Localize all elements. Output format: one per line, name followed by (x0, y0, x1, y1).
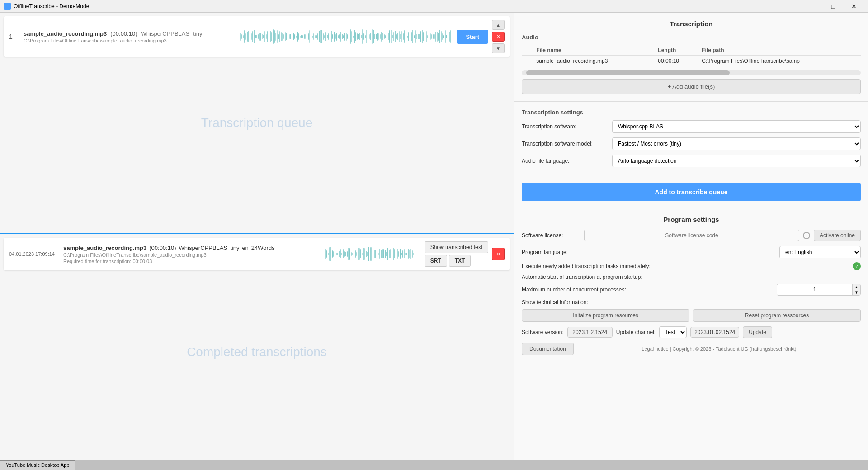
update-channel-label: Update channel: (616, 329, 656, 335)
completed-section: Completed transcriptions 04.01.2023 17:0… (0, 234, 514, 470)
license-input[interactable] (584, 230, 799, 241)
completed-waveform-bars (325, 245, 415, 263)
completed-item-wordcount: 24Words (251, 244, 275, 251)
completed-item-title: sample_audio_recording.mp3 (00:00:10) Wh… (63, 244, 320, 251)
add-audio-button[interactable]: + Add audio file(s) (522, 79, 861, 94)
minimize-button[interactable]: — (802, 0, 823, 13)
completed-item-date: 04.01.2023 17:09:14 (9, 251, 63, 257)
queue-side-buttons: ▲ ✕ ▼ (492, 20, 505, 53)
move-down-button[interactable]: ▼ (492, 43, 505, 53)
execute-immediately-check[interactable]: ✓ (853, 262, 861, 270)
reset-resources-button[interactable]: Reset program ressources (693, 309, 861, 322)
language-setting-label: Audio file language: (522, 158, 612, 164)
show-transcribed-text-button[interactable]: Show transcribed text (425, 241, 488, 253)
completed-watermark: Completed transcriptions (187, 345, 327, 359)
completed-item-lang: en (242, 244, 248, 251)
language-setting-row: Audio file language: Auto language detec… (522, 155, 861, 167)
footer-row: Documentation Legal notice | Copyright ©… (522, 343, 861, 355)
queue-item-duration: (00:00:10) (110, 30, 137, 37)
execute-immediately-label: Execute newly added transcription tasks … (522, 263, 853, 269)
title-bar-controls: — □ ✕ (802, 0, 864, 13)
audio-length-cell: 00:00:10 (654, 56, 698, 67)
execute-immediately-row: Execute newly added transcription tasks … (522, 262, 861, 270)
update-channel-select[interactable]: Test (659, 326, 687, 338)
scrollbar-thumb (526, 70, 730, 75)
queue-item-info: sample_audio_recording.mp3 (00:00:10) Wh… (24, 30, 235, 43)
queue-watermark: Transcription queue (201, 116, 312, 130)
auto-start-row: Automatic start of transcription at prog… (522, 274, 861, 280)
queue-item-path: C:\Program Files\OfflineTranscribe\sampl… (24, 38, 235, 43)
taskbar-item-youtube[interactable]: YouTube Music Desktop App (0, 460, 75, 470)
filename-col-header: File name (533, 45, 654, 56)
audio-table-row: − sample_audio_recording.mp3 00:00:10 C:… (522, 56, 861, 67)
model-setting-label: Transcription software model: (522, 141, 612, 147)
audio-filename-cell: sample_audio_recording.mp3 (533, 56, 654, 67)
version-label: Software version: (522, 329, 564, 335)
language-select[interactable]: Auto language detection (612, 155, 861, 167)
completed-item-duration: (00:00:10) (149, 244, 176, 251)
completed-waveform (325, 245, 415, 263)
documentation-button[interactable]: Documentation (522, 343, 574, 355)
license-label: Software license: (522, 232, 580, 239)
completed-item-filename: sample_audio_recording.mp3 (63, 244, 146, 251)
add-to-queue-button[interactable]: Add to transcribe queue (522, 183, 861, 201)
program-settings-title: Program settings (522, 216, 861, 223)
max-processes-input[interactable] (777, 285, 852, 295)
queue-section: Transcription queue 1 sample_audio_recor… (0, 13, 514, 234)
resource-buttons: Initalize program resources Reset progra… (522, 309, 861, 322)
queue-item-filename: sample_audio_recording.mp3 (24, 30, 107, 37)
audio-table: File name Length File path − sample_audi… (522, 45, 861, 66)
filepath-col-header: File path (698, 45, 861, 56)
update-button[interactable]: Update (743, 326, 772, 338)
technical-info-label: Show technical information: (522, 299, 861, 306)
program-settings-section: Program settings Software license: Activ… (514, 208, 868, 470)
queue-item-number: 1 (9, 33, 18, 40)
audio-title: Audio (522, 34, 861, 41)
remove-completed-button[interactable]: ✕ (492, 248, 505, 260)
model-select[interactable]: Fastest / Most errors (tiny) (612, 137, 861, 150)
audio-table-scrollbar[interactable] (522, 70, 861, 75)
model-setting-row: Transcription software model: Fastest / … (522, 137, 861, 150)
software-select[interactable]: Whisper.cpp BLAS (612, 120, 861, 133)
move-up-button[interactable]: ▲ (492, 20, 505, 30)
version-value: 2023.1.2.1524 (567, 327, 613, 338)
taskbar: YouTube Music Desktop App (0, 460, 868, 470)
program-language-row: Program language: en: English (522, 246, 861, 258)
max-processes-label: Maximum number of concurrent processes: (522, 287, 777, 293)
increment-button[interactable]: ▲ (852, 284, 860, 290)
init-resources-button[interactable]: Initalize program resources (522, 309, 689, 322)
remove-col-header (522, 45, 533, 56)
audio-remove-button[interactable]: − (525, 57, 529, 65)
activate-online-button[interactable]: Activate online (814, 230, 861, 241)
queue-item-model-size: tiny (193, 30, 202, 37)
transcription-settings-section: Transcription settings Transcription sof… (514, 102, 868, 179)
completed-item-time: Required time for transcription: 00:00:0… (63, 258, 320, 264)
update-date-value: 2023.01.02.1524 (690, 327, 739, 338)
app-icon (4, 3, 11, 10)
technical-info-row: Show technical information: (522, 299, 861, 306)
left-panel: Transcription queue 1 sample_audio_recor… (0, 13, 514, 470)
maximize-button[interactable]: □ (823, 0, 844, 13)
remove-queue-button[interactable]: ✕ (492, 32, 505, 42)
program-language-label: Program language: (522, 249, 779, 255)
license-row: Software license: Activate online (522, 230, 861, 241)
queue-item-title: sample_audio_recording.mp3 (00:00:10) Wh… (24, 30, 235, 37)
txt-export-button[interactable]: TXT (449, 255, 471, 267)
srt-export-button[interactable]: SRT (425, 255, 447, 267)
completed-item-path: C:\Program Files\OfflineTranscribe\sampl… (63, 252, 320, 258)
start-button[interactable]: Start (457, 30, 488, 44)
software-setting-label: Transcription software: (522, 123, 612, 130)
number-arrows: ▲ ▼ (852, 284, 860, 295)
program-language-select[interactable]: en: English (779, 246, 861, 258)
auto-start-label: Automatic start of transcription at prog… (522, 274, 861, 280)
software-setting-row: Transcription software: Whisper.cpp BLAS (522, 120, 861, 133)
export-buttons: SRT TXT (425, 255, 488, 267)
max-processes-row: Maximum number of concurrent processes: … (522, 284, 861, 296)
close-button[interactable]: ✕ (844, 0, 864, 13)
audio-remove-cell: − (522, 56, 533, 67)
completed-item-model: WhisperCPPBLAS (179, 244, 228, 251)
right-panel: Transcription Audio File name Length Fil… (514, 13, 868, 470)
version-row: Software version: 2023.1.2.1524 Update c… (522, 326, 861, 338)
completed-item-size: tiny (230, 244, 239, 251)
decrement-button[interactable]: ▼ (852, 290, 860, 295)
